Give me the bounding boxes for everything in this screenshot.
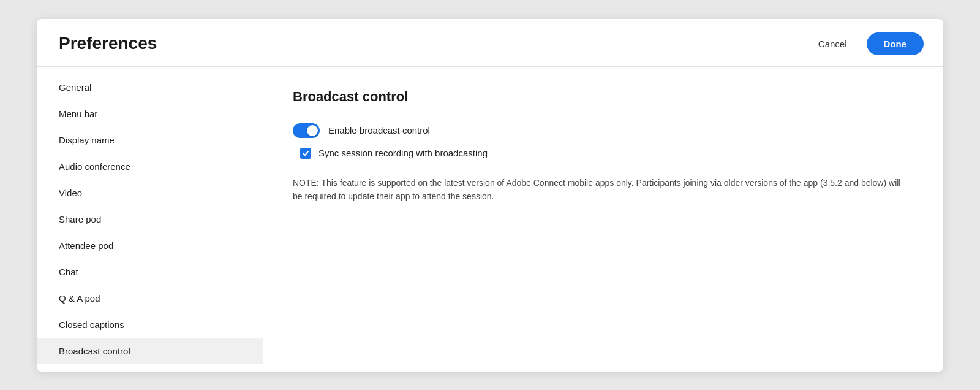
broadcast-toggle[interactable] [293,123,320,138]
sidebar-item-audio-conference[interactable]: Audio conference [37,153,263,180]
sidebar-item-qa-pod[interactable]: Q & A pod [37,285,263,312]
checkbox-row: Sync session recording with broadcasting [300,148,914,159]
dialog-body: GeneralMenu barDisplay nameAudio confere… [37,67,943,372]
done-button[interactable]: Done [867,32,924,55]
sidebar-item-chat[interactable]: Chat [37,259,263,285]
main-content: Broadcast control Enable broadcast contr… [263,67,943,372]
toggle-slider [293,123,320,138]
sidebar-item-broadcast-control[interactable]: Broadcast control [37,338,263,364]
cancel-button[interactable]: Cancel [810,34,856,54]
toggle-row: Enable broadcast control [293,123,914,138]
sidebar-item-menu-bar[interactable]: Menu bar [37,101,263,127]
sidebar-item-attendee-pod[interactable]: Attendee pod [37,232,263,259]
dialog-title: Preferences [59,34,157,53]
preferences-dialog: Preferences Cancel Done GeneralMenu barD… [37,19,943,372]
sidebar-item-share-pod[interactable]: Share pod [37,206,263,232]
sync-checkbox[interactable] [300,148,311,159]
toggle-label: Enable broadcast control [328,125,430,136]
header-actions: Cancel Done [810,32,924,55]
sidebar-item-closed-captions[interactable]: Closed captions [37,312,263,338]
sidebar-item-video[interactable]: Video [37,180,263,206]
note-text: NOTE: This feature is supported on the l… [293,176,905,204]
dialog-header: Preferences Cancel Done [37,19,943,67]
checkmark-icon [302,150,309,157]
section-title: Broadcast control [293,89,914,105]
checkbox-label: Sync session recording with broadcasting [318,148,488,158]
sidebar: GeneralMenu barDisplay nameAudio confere… [37,67,263,372]
sidebar-item-general[interactable]: General [37,74,263,101]
sidebar-item-display-name[interactable]: Display name [37,127,263,153]
